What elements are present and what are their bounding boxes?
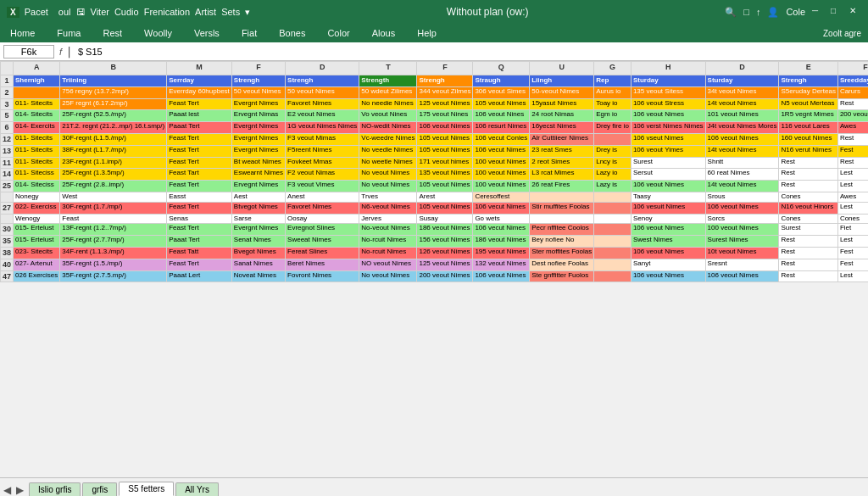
table-cell[interactable]: Lazy is — [594, 181, 632, 192]
table-cell[interactable]: 135 veout Sitess — [631, 86, 705, 98]
table-cell[interactable]: 135 veout Nimes — [417, 169, 473, 181]
table-cell[interactable]: Sersut — [631, 169, 705, 181]
table-cell[interactable]: 24 root Nimas — [530, 110, 594, 122]
table-cell[interactable]: 156 veout Nimes — [417, 236, 473, 248]
table-cell[interactable]: Sanyt — [631, 259, 705, 270]
table-cell[interactable]: 14t veout Nimes — [705, 98, 779, 110]
ribbon-color[interactable]: Color — [324, 26, 353, 40]
table-cell[interactable]: 200 veout Nimes — [417, 270, 473, 282]
table-cell[interactable]: Paaat Lert — [167, 270, 232, 282]
col-D[interactable]: D — [286, 62, 359, 75]
table-cell[interactable]: Evergnt Nimes — [231, 122, 285, 134]
table-cell[interactable]: Sorcs — [705, 214, 779, 224]
maximize-btn[interactable]: □ — [831, 6, 843, 18]
col-E[interactable]: E — [779, 62, 837, 75]
table-cell[interactable]: Nonegy — [14, 192, 60, 202]
table-cell[interactable]: Awes — [837, 122, 868, 134]
table-cell[interactable]: J4t veout Nimes Mores — [705, 122, 779, 134]
tab-allYrs[interactable]: All Yrs — [175, 482, 219, 496]
table-cell[interactable]: N5 veout Merteas — [779, 98, 837, 110]
table-cell[interactable]: 106 vecut Nimes — [473, 224, 530, 236]
table-cell[interactable]: Fereat Slines — [286, 247, 359, 259]
user-icon[interactable]: 👤 — [767, 7, 779, 18]
col-G[interactable]: G — [594, 62, 632, 75]
table-cell[interactable]: 023- Sitecits — [14, 247, 60, 259]
table-cell[interactable]: Fovkeet Mmas — [286, 157, 359, 169]
table-cell[interactable]: F3 veout Mimas — [286, 133, 359, 145]
table-cell[interactable]: No-rcuit Nimes — [359, 236, 417, 248]
menu-viter[interactable]: Cudio — [114, 7, 139, 17]
table-cell[interactable]: 25F-regnt (1.3.5mp/) — [60, 169, 167, 181]
ribbon-versls[interactable]: Versls — [191, 26, 223, 40]
table-cell[interactable]: Bt weaot Nimes — [231, 157, 285, 169]
table-cell[interactable]: Trves — [359, 192, 417, 202]
table-cell[interactable]: 50-veout Nimes — [530, 86, 594, 98]
table-cell[interactable]: Bvegot Nimes — [231, 247, 285, 259]
col-F2[interactable]: F — [417, 62, 473, 75]
table-cell[interactable]: 13F-regnt (1.2..7mp/) — [60, 224, 167, 236]
ribbon-fiat[interactable]: Fiat — [238, 26, 260, 40]
table-cell[interactable]: 100 veout Nimes — [473, 181, 530, 192]
table-cell[interactable]: 105 veout Nimes — [417, 145, 473, 157]
table-cell[interactable]: Rest — [779, 270, 837, 282]
table-cell[interactable]: 21T.2. regnt (21.2..mp/) 16.t.smp/) — [60, 122, 167, 134]
table-cell[interactable]: 011- Siteciss — [14, 169, 60, 181]
menu-oul[interactable]: oul — [58, 7, 71, 17]
table-cell[interactable]: 106 veout Nimes — [631, 110, 705, 122]
table-cell[interactable]: Wenogy — [14, 214, 60, 224]
table-cell[interactable]: 101 veout Nimes — [705, 110, 779, 122]
table-cell[interactable]: 25F-regnt (52.5./mp/) — [60, 110, 167, 122]
table-cell[interactable]: F5reent Nimes — [286, 145, 359, 157]
tab-nav-prev[interactable]: ◀ — [3, 484, 11, 496]
table-cell[interactable]: Ceresoffest — [473, 192, 530, 202]
table-cell[interactable]: Favoret Nimes — [286, 98, 359, 110]
table-cell[interactable]: Lest — [837, 202, 868, 214]
table-cell[interactable]: Drey is — [594, 145, 632, 157]
table-cell[interactable]: 106 veout Nimes — [631, 270, 705, 282]
table-cell[interactable]: Btvegot Nimes — [231, 202, 285, 214]
table-cell[interactable]: Egm io — [594, 110, 632, 122]
table-cell[interactable]: 106 veout Nimes — [705, 133, 779, 145]
table-cell[interactable]: 011- Sitecits — [14, 157, 60, 169]
table-cell[interactable]: S5eruday Derteas — [779, 86, 837, 98]
table-cell[interactable]: Sweeat Nimes — [286, 236, 359, 248]
table-cell[interactable]: Bey nofiee No — [530, 236, 594, 248]
table-cell[interactable] — [594, 247, 632, 259]
ribbon-home[interactable]: Home — [7, 26, 38, 40]
table-cell[interactable]: Evergnt Nimes — [231, 133, 285, 145]
col-F1[interactable]: F — [231, 62, 285, 75]
table-cell[interactable]: Shntt — [705, 157, 779, 169]
table-cell[interactable] — [530, 214, 594, 224]
table-cell[interactable]: Vc-weedre Nimes — [359, 133, 417, 145]
table-cell[interactable]: 125 veout Nimes — [417, 98, 473, 110]
table-cell[interactable]: 35F-regnt (1.5./mp/) — [60, 259, 167, 270]
table-cell[interactable]: 15yasut Nimes — [530, 98, 594, 110]
table-cell[interactable]: 175 veout Nines — [417, 110, 473, 122]
table-cell[interactable]: Sanat Nimes — [231, 259, 285, 270]
table-cell[interactable]: Feast Tert — [167, 202, 232, 214]
table-cell[interactable]: N16 verut Nimes — [779, 145, 837, 157]
table-cell[interactable]: Beret Nimes — [286, 259, 359, 270]
table-cell[interactable] — [594, 214, 632, 224]
table-cell[interactable]: Sarse — [231, 214, 285, 224]
table-cell[interactable]: 011- Sitecits — [14, 98, 60, 110]
col-B[interactable]: B — [60, 62, 167, 75]
table-cell[interactable]: Noveat Nimes — [231, 270, 285, 282]
table-cell[interactable]: No-rcuit Nimes — [359, 247, 417, 259]
table-cell[interactable]: Arest — [417, 192, 473, 202]
table-cell[interactable]: N6-veout Nimes — [359, 202, 417, 214]
table-cell[interactable]: Feast Tert — [167, 145, 232, 157]
table-cell[interactable]: 171 veout himes — [417, 157, 473, 169]
table-cell[interactable]: Oosay — [286, 214, 359, 224]
table-cell[interactable]: No-veout Nimes — [359, 224, 417, 236]
table-cell[interactable]: 106 vseut Nimes — [631, 133, 705, 145]
col-T[interactable]: T — [359, 62, 417, 75]
user-account[interactable]: Zoolt agre — [823, 29, 861, 38]
table-cell[interactable]: Eswearnt Nimes — [231, 169, 285, 181]
table-cell[interactable]: 106 veout Nimes — [705, 202, 779, 214]
table-cell[interactable]: Evregnot Slines — [286, 224, 359, 236]
table-cell[interactable]: F3 veout Vimes — [286, 181, 359, 192]
table-cell[interactable]: 106 vecut Nimes — [473, 145, 530, 157]
table-cell[interactable]: NO-wedit Nimes — [359, 122, 417, 134]
table-cell[interactable]: 30F-regnt (1.7./mp/) — [60, 202, 167, 214]
